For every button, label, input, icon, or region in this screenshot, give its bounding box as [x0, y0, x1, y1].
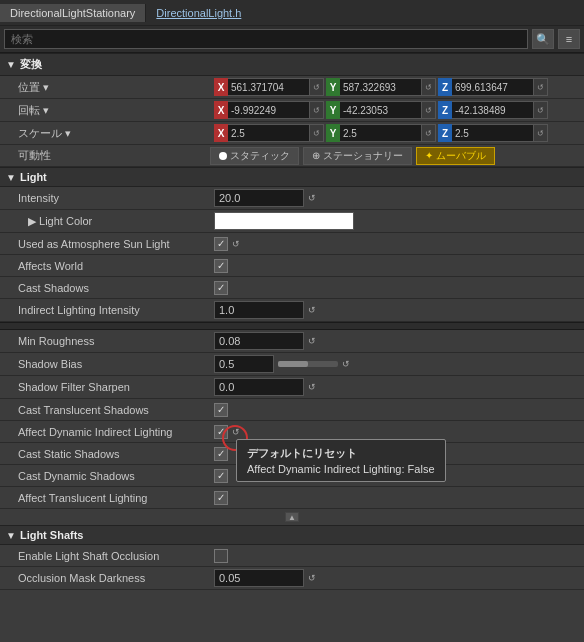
- shadow-bias-input[interactable]: [214, 355, 274, 373]
- scale-y-reset[interactable]: ↺: [422, 124, 436, 142]
- scale-x-input[interactable]: [228, 124, 310, 142]
- enable-occlusion-row: Enable Light Shaft Occlusion: [0, 545, 584, 567]
- shadow-bias-slider[interactable]: [278, 361, 338, 367]
- file-link[interactable]: DirectionalLight.h: [146, 4, 251, 22]
- occlusion-mask-reset[interactable]: ↺: [308, 573, 316, 583]
- color-swatch[interactable]: [214, 212, 354, 230]
- shadow-filter-input[interactable]: [214, 378, 304, 396]
- rot-y-reset[interactable]: ↺: [422, 101, 436, 119]
- rotation-row: 回転 ▾ X ↺ Y ↺ Z ↺: [0, 99, 584, 122]
- rot-z-reset[interactable]: ↺: [534, 101, 548, 119]
- stationary-button[interactable]: ⊕ ステーショナリー: [303, 147, 412, 165]
- cast-shadows-value: [210, 279, 584, 297]
- ry-label: Y: [326, 101, 340, 119]
- min-roughness-input[interactable]: [214, 332, 304, 350]
- rot-y-input[interactable]: [340, 101, 422, 119]
- affect-dynamic-checkbox[interactable]: [214, 425, 228, 439]
- enable-occlusion-label: Enable Light Shaft Occlusion: [0, 548, 210, 564]
- transform-arrow: ▼: [6, 59, 16, 70]
- pos-x-input[interactable]: [228, 78, 310, 96]
- search-input[interactable]: [4, 29, 528, 49]
- scale-row: スケール ▾ X ↺ Y ↺ Z ↺: [0, 122, 584, 145]
- atm-sun-label: Used as Atmosphere Sun Light: [0, 236, 210, 252]
- cast-static-row: Cast Static Shadows: [0, 443, 584, 465]
- enable-occlusion-checkbox[interactable]: [214, 549, 228, 563]
- shadow-filter-reset[interactable]: ↺: [308, 382, 316, 392]
- shadow-filter-value: ↺: [210, 376, 584, 398]
- scroll-up-button[interactable]: ▲: [285, 512, 299, 522]
- transform-label: 変換: [20, 57, 42, 72]
- shadow-filter-row: Shadow Filter Sharpen ↺: [0, 376, 584, 399]
- search-button[interactable]: 🔍: [532, 29, 554, 49]
- intensity-reset[interactable]: ↺: [308, 193, 316, 203]
- rot-z-input[interactable]: [452, 101, 534, 119]
- mobility-label: 可動性: [0, 146, 210, 165]
- position-value: X ↺ Y ↺ Z ↺: [210, 76, 584, 98]
- cast-dynamic-checkbox[interactable]: [214, 469, 228, 483]
- cast-shadows-label: Cast Shadows: [0, 280, 210, 296]
- cast-translucent-checkbox[interactable]: [214, 403, 228, 417]
- affect-dynamic-value: ↺ デフォルトにリセット Affect Dynamic Indirect Lig…: [210, 423, 584, 441]
- atm-sun-value: ↺: [210, 235, 584, 253]
- min-roughness-reset[interactable]: ↺: [308, 336, 316, 346]
- pos-z-input[interactable]: [452, 78, 534, 96]
- scale-z-input[interactable]: [452, 124, 534, 142]
- cast-static-checkbox[interactable]: [214, 447, 228, 461]
- atm-sun-reset[interactable]: ↺: [232, 239, 240, 249]
- top-bar: DirectionalLightStationary DirectionalLi…: [0, 0, 584, 26]
- affect-translucent-checkbox[interactable]: [214, 491, 228, 505]
- rot-x-reset[interactable]: ↺: [310, 101, 324, 119]
- affects-world-value: [210, 257, 584, 275]
- pos-z-reset[interactable]: ↺: [534, 78, 548, 96]
- rz-label: Z: [438, 101, 452, 119]
- light-arrow: ▼: [6, 172, 16, 183]
- cast-shadows-checkbox[interactable]: [214, 281, 228, 295]
- x-label: X: [214, 78, 228, 96]
- pos-y-reset[interactable]: ↺: [422, 78, 436, 96]
- cast-static-label: Cast Static Shadows: [0, 446, 210, 462]
- position-row: 位置 ▾ X ↺ Y ↺ Z ↺: [0, 76, 584, 99]
- affect-dynamic-reset[interactable]: ↺: [232, 427, 240, 437]
- sy-label: Y: [326, 124, 340, 142]
- intensity-value: ↺: [210, 187, 584, 209]
- scale-label: スケール ▾: [0, 124, 210, 143]
- scale-x-reset[interactable]: ↺: [310, 124, 324, 142]
- occlusion-mask-value: ↺: [210, 567, 584, 589]
- light-label: Light: [20, 171, 47, 183]
- atm-sun-row: Used as Atmosphere Sun Light ↺: [0, 233, 584, 255]
- indirect-intensity-row: Indirect Lighting Intensity ↺: [0, 299, 584, 322]
- rot-x-input[interactable]: [228, 101, 310, 119]
- occlusion-mask-label: Occlusion Mask Darkness: [0, 570, 210, 586]
- indirect-intensity-input[interactable]: [214, 301, 304, 319]
- scale-value: X ↺ Y ↺ Z ↺: [210, 122, 584, 144]
- occlusion-mask-row: Occlusion Mask Darkness ↺: [0, 567, 584, 590]
- cast-translucent-value: [210, 401, 584, 419]
- pos-x-reset[interactable]: ↺: [310, 78, 324, 96]
- rotation-value: X ↺ Y ↺ Z ↺: [210, 99, 584, 121]
- shadow-bias-reset[interactable]: ↺: [342, 359, 350, 369]
- min-roughness-label: Min Roughness: [0, 333, 210, 349]
- shadow-bias-row: Shadow Bias ↺: [0, 353, 584, 376]
- affect-translucent-value: [210, 489, 584, 507]
- occlusion-mask-input[interactable]: [214, 569, 304, 587]
- light-section-header[interactable]: ▼ Light: [0, 167, 584, 187]
- scale-y-input[interactable]: [340, 124, 422, 142]
- atm-sun-checkbox[interactable]: [214, 237, 228, 251]
- affects-world-checkbox[interactable]: [214, 259, 228, 273]
- static-button[interactable]: スタティック: [210, 147, 299, 165]
- intensity-input[interactable]: [214, 189, 304, 207]
- search-bar: 🔍 ≡: [0, 26, 584, 53]
- light-shafts-label: Light Shafts: [20, 529, 84, 541]
- grid-view-button[interactable]: ≡: [558, 29, 580, 49]
- indirect-intensity-reset[interactable]: ↺: [308, 305, 316, 315]
- shadow-bias-value: ↺: [210, 353, 584, 375]
- movable-button[interactable]: ✦ ムーバブル: [416, 147, 495, 165]
- transform-section-header[interactable]: ▼ 変換: [0, 53, 584, 76]
- scale-z-reset[interactable]: ↺: [534, 124, 548, 142]
- cast-dynamic-value: [210, 467, 584, 485]
- affect-dynamic-label: Affect Dynamic Indirect Lighting: [0, 424, 210, 440]
- z-label: Z: [438, 78, 452, 96]
- pos-y-input[interactable]: [340, 78, 422, 96]
- cast-dynamic-row: Cast Dynamic Shadows: [0, 465, 584, 487]
- light-shafts-section-header[interactable]: ▼ Light Shafts: [0, 525, 584, 545]
